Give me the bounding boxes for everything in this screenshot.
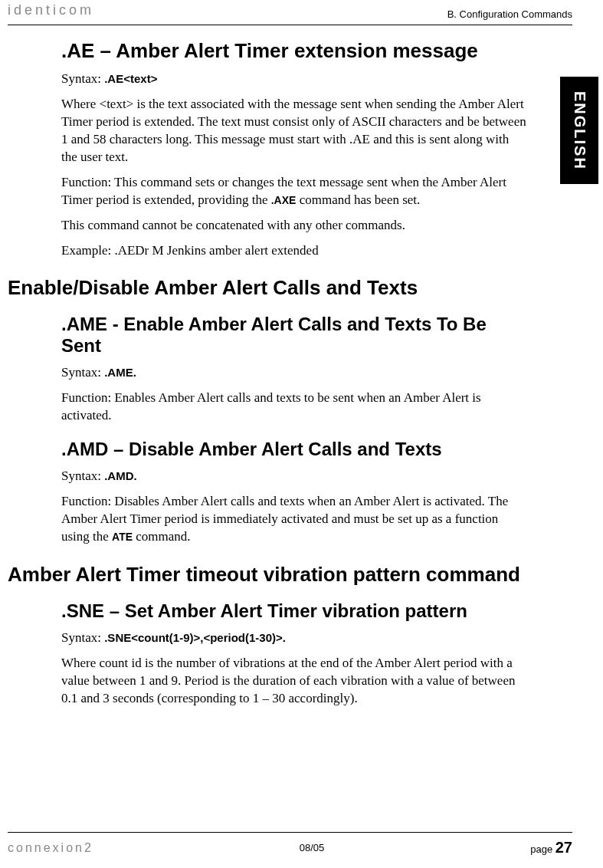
para-ame-function: Function: Enables Amber Alert calls and … <box>61 390 526 425</box>
syntax-code-amd: .AMD. <box>104 469 137 482</box>
syntax-ae: Syntax: .AE<text> <box>61 71 526 88</box>
syntax-amd: Syntax: .AMD. <box>61 468 526 485</box>
page-header: identicom B. Configuration Commands <box>8 4 572 25</box>
page-label: page <box>530 843 555 855</box>
footer-date: 08/05 <box>300 842 325 853</box>
syntax-label: Syntax: <box>61 71 104 86</box>
heading-vibration: Amber Alert Timer timeout vibration patt… <box>8 563 526 587</box>
syntax-label: Syntax: <box>61 630 104 645</box>
syntax-label: Syntax: <box>61 365 104 380</box>
para-ae-function: Function: This command sets or changes t… <box>61 174 526 209</box>
para-ae-where: Where <text> is the text associated with… <box>61 96 526 166</box>
syntax-code-sne: .SNE<count(1-9)>,<period(1-30)>. <box>104 631 286 644</box>
language-tab: ENGLISH <box>560 77 598 184</box>
page-content: .AE – Amber Alert Timer extension messag… <box>4 39 572 708</box>
page-num-value: 27 <box>555 839 572 856</box>
heading-ame: .AME - Enable Amber Alert Calls and Text… <box>61 314 526 357</box>
syntax-ame: Syntax: .AME. <box>61 364 526 382</box>
para-ae-example: Example: .AEDr M Jenkins amber alert ext… <box>61 242 526 260</box>
heading-amd: .AMD – Disable Amber Alert Calls and Tex… <box>61 439 526 460</box>
inline-code-ate: ATE <box>112 531 133 543</box>
syntax-sne: Syntax: .SNE<count(1-9)>,<period(1-30)>. <box>61 630 526 647</box>
heading-ae: .AE – Amber Alert Timer extension messag… <box>61 39 526 63</box>
page-number: page 27 <box>530 839 572 856</box>
syntax-label: Syntax: <box>61 469 104 483</box>
syntax-code-ae: .AE<text> <box>104 72 157 85</box>
logo-top: identicom <box>8 2 94 18</box>
text: command has been set. <box>296 192 420 207</box>
logo-bottom: connexion2 <box>8 841 93 855</box>
heading-enable-disable: Enable/Disable Amber Alert Calls and Tex… <box>8 276 526 300</box>
inline-code-axe: .AXE <box>271 194 297 206</box>
syntax-code-ame: .AME. <box>104 366 136 379</box>
para-ae-concat: This command cannot be concatenated with… <box>61 217 526 235</box>
text: command. <box>133 529 191 544</box>
header-section-title: B. Configuration Commands <box>447 8 572 20</box>
page-footer: connexion2 08/05 page 27 <box>8 832 572 856</box>
para-sne-where: Where count id is the number of vibratio… <box>61 655 526 708</box>
para-amd-function: Function: Disables Amber Alert calls and… <box>61 493 526 546</box>
heading-sne: .SNE – Set Amber Alert Timer vibration p… <box>61 600 526 622</box>
